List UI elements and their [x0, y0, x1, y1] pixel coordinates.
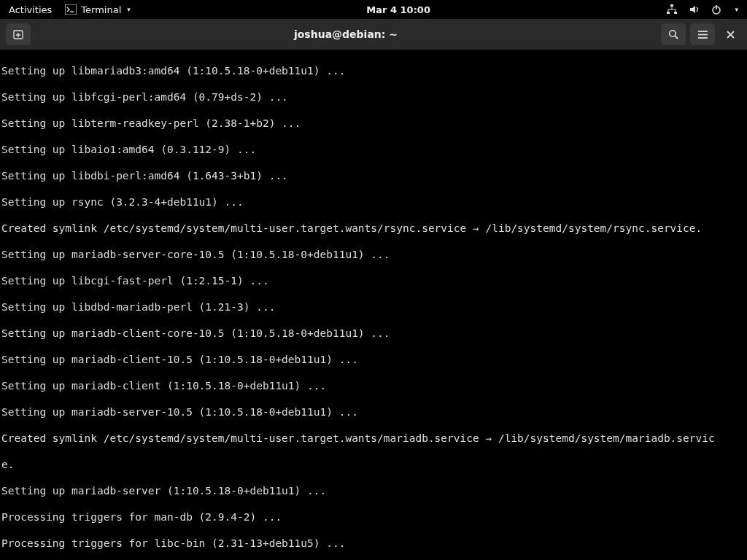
svg-line-15 [675, 36, 678, 39]
output-line: Setting up mariadb-client-core-10.5 (1:1… [1, 327, 747, 340]
menu-button[interactable] [690, 23, 715, 45]
output-line: Setting up libaio1:amd64 (0.3.112-9) ... [1, 143, 747, 156]
output-line: Setting up libdbd-mariadb-perl (1.21-3) … [1, 300, 747, 314]
output-line: Created symlink /etc/systemd/system/mult… [1, 222, 747, 235]
output-line: Setting up mariadb-client-10.5 (1:10.5.1… [1, 353, 747, 366]
output-line: e. [1, 458, 747, 471]
output-line: Created symlink /etc/systemd/system/mult… [1, 432, 747, 445]
close-icon [726, 30, 735, 39]
output-line: Setting up mariadb-server-10.5 (1:10.5.1… [1, 405, 747, 419]
output-line: Setting up mariadb-server-core-10.5 (1:1… [1, 248, 747, 261]
new-tab-icon [12, 28, 24, 40]
volume-icon [689, 4, 700, 15]
terminal-viewport[interactable]: Setting up libmariadb3:amd64 (1:10.5.18-… [0, 50, 747, 560]
chevron-down-icon: ▾ [735, 6, 738, 13]
clock[interactable]: Mar 4 10:00 [131, 4, 667, 15]
output-line: Setting up rsync (3.2.3-4+deb11u1) ... [1, 195, 747, 209]
app-menu-label: Terminal [81, 4, 121, 15]
output-line: Setting up libterm-readkey-perl (2.38-1+… [1, 117, 747, 130]
gnome-top-bar: Activities Terminal ▾ Mar 4 10:00 ▾ [0, 0, 747, 19]
output-line: Setting up mariadb-server (1:10.5.18-0+d… [1, 484, 747, 497]
svg-rect-2 [670, 4, 673, 7]
hamburger-icon [697, 30, 708, 39]
search-button[interactable] [661, 23, 686, 45]
window-title: joshua@debian: ~ [31, 28, 661, 40]
svg-rect-3 [667, 12, 670, 14]
svg-rect-4 [674, 12, 677, 14]
search-icon [668, 29, 679, 40]
system-status-area[interactable]: ▾ [666, 4, 738, 15]
close-button[interactable] [719, 23, 741, 45]
network-icon [666, 4, 678, 15]
svg-rect-0 [65, 4, 77, 15]
power-icon [711, 4, 721, 15]
activities-button[interactable]: Activities [9, 4, 52, 15]
output-line: Processing triggers for man-db (2.9.4-2)… [1, 510, 747, 524]
new-tab-button[interactable] [6, 23, 31, 45]
svg-point-14 [669, 30, 675, 36]
app-menu[interactable]: Terminal ▾ [65, 4, 130, 15]
terminal-icon [65, 4, 77, 15]
window-titlebar: joshua@debian: ~ [0, 19, 747, 50]
output-line: Setting up libmariadb3:amd64 (1:10.5.18-… [1, 64, 747, 77]
output-line: Setting up libcgi-fast-perl (1:2.15-1) .… [1, 274, 747, 287]
output-line: Setting up mariadb-client (1:10.5.18-0+d… [1, 379, 747, 392]
output-line: Setting up libdbi-perl:amd64 (1.643-3+b1… [1, 169, 747, 182]
output-line: Setting up libfcgi-perl:amd64 (0.79+ds-2… [1, 90, 747, 104]
output-line: Processing triggers for libc-bin (2.31-1… [1, 537, 747, 550]
